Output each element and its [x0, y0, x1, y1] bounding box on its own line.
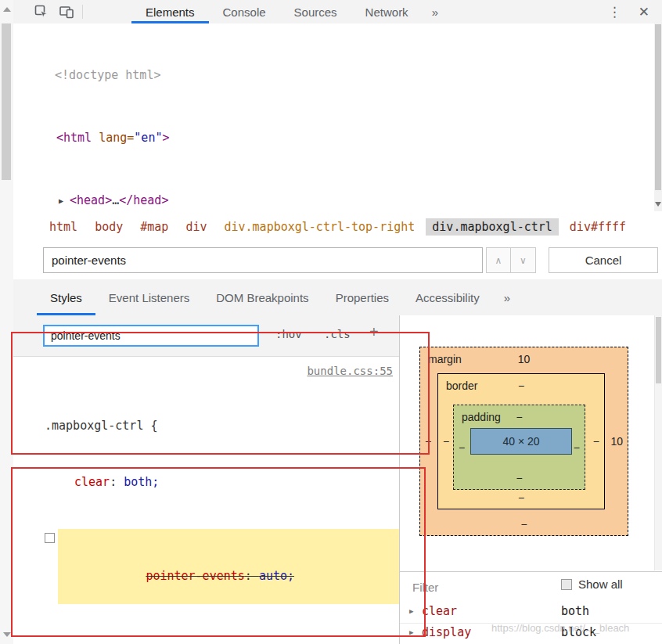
computed-filter-bar: Show all [400, 571, 662, 601]
css-declaration-clear[interactable]: clear: both; [13, 473, 399, 491]
border-label: border [446, 380, 477, 392]
tree-line-head[interactable]: ▶<head>…</head> [13, 190, 662, 211]
show-all-checkbox[interactable] [561, 579, 572, 590]
tab-dom-breakpoints[interactable]: DOM Breakpoints [203, 279, 322, 315]
computed-property-row[interactable]: ▶ clear both [400, 602, 662, 624]
computed-property-name: clear [422, 604, 457, 618]
padding-bottom-value[interactable]: − [516, 472, 522, 484]
cancel-button[interactable]: Cancel [549, 247, 658, 273]
computed-property-value: both [561, 604, 589, 618]
computed-property-value: block [561, 625, 596, 639]
property-checkbox[interactable] [45, 533, 55, 543]
toolbar-divider [82, 5, 83, 19]
more-tabs-icon[interactable]: » [423, 0, 448, 23]
expand-arrow-icon[interactable]: ▶ [59, 191, 70, 212]
search-previous-button[interactable]: ∧ [486, 247, 511, 273]
pseudo-state-toggle[interactable]: :hov [275, 328, 302, 340]
breadcrumb-item-ctrl-selected[interactable]: div.mapboxgl-ctrl [426, 218, 559, 236]
devtools-panel: Elements Console Sources Network » ⋮ ✕ <… [13, 0, 662, 644]
tree-line-html[interactable]: <html lang="en"> [13, 128, 662, 149]
tab-sources[interactable]: Sources [280, 0, 351, 23]
breadcrumb-item-map[interactable]: #map [134, 218, 174, 236]
border-top-value[interactable]: − [518, 380, 524, 392]
computed-property-row[interactable]: ▶ display block [400, 623, 662, 644]
tree-scrollbar[interactable] [654, 23, 662, 211]
breadcrumb: html body #map div div.mapboxgl-ctrl-top… [13, 212, 662, 243]
margin-right-value[interactable]: 10 [610, 435, 623, 448]
margin-bottom-value[interactable]: − [520, 518, 527, 531]
padding-top-value[interactable]: − [516, 411, 522, 423]
devtools-window: Elements Console Sources Network » ⋮ ✕ <… [0, 0, 662, 644]
search-next-button[interactable]: ∨ [511, 247, 536, 273]
styles-filter-bar: :hov .cls + [13, 315, 399, 357]
devtools-toolbar: Elements Console Sources Network » ⋮ ✕ [13, 0, 662, 24]
tab-console[interactable]: Console [209, 0, 280, 23]
tab-network[interactable]: Network [351, 0, 423, 23]
tab-properties[interactable]: Properties [322, 279, 402, 315]
inspect-element-icon[interactable] [34, 4, 49, 20]
tab-accessibility[interactable]: Accessibility [402, 279, 493, 315]
box-model-margin[interactable]: margin 10 10 − − border − − − − padding … [419, 347, 628, 536]
box-model-content[interactable]: 40 × 20 [470, 428, 572, 455]
element-class-toggle[interactable]: .cls [324, 328, 351, 340]
tree-line-doctype[interactable]: <!doctype html> [13, 65, 662, 86]
sidebar-scrollbar-thumb[interactable] [656, 317, 661, 383]
page-scrollbar-thumb[interactable] [2, 23, 11, 180]
device-toolbar-icon[interactable] [59, 4, 74, 20]
dom-tree: <!doctype html> <html lang="en"> ▶<head>… [13, 23, 662, 213]
tree-scrollbar-thumb[interactable] [655, 24, 661, 190]
tab-styles[interactable]: Styles [37, 279, 95, 315]
scroll-down-arrow-icon[interactable] [655, 202, 661, 207]
border-bottom-value[interactable]: − [518, 491, 524, 504]
styles-pane: :hov .cls + bundle.css:55 .mapboxgl-ctrl… [13, 315, 399, 644]
rule-selector[interactable]: .mapboxgl-ctrl { [13, 416, 399, 435]
stylesheet-link[interactable]: bundle.css:55 [307, 362, 393, 380]
breadcrumb-item-div[interactable]: div [179, 218, 213, 236]
styles-filter-input[interactable] [43, 325, 259, 347]
padding-right-value[interactable]: − [574, 441, 580, 454]
box-model-border[interactable]: border − − − − padding − − − − 40 × 20 [437, 373, 605, 509]
chevron-down-icon: ∨ [520, 255, 527, 266]
box-model-padding[interactable]: padding − − − − 40 × 20 [453, 405, 585, 490]
padding-label: padding [462, 411, 501, 423]
computed-filter-input[interactable] [411, 577, 531, 597]
devtools-tab-strip: Elements Console Sources Network » [131, 0, 448, 23]
computed-sidebar: margin 10 10 − − border − − − − padding … [399, 315, 662, 644]
border-right-value[interactable]: − [593, 435, 599, 448]
show-all-label: Show all [578, 577, 623, 591]
sidebar-scrollbar[interactable] [654, 315, 662, 570]
page-scrollbar[interactable] [0, 0, 14, 644]
search-input[interactable] [43, 247, 483, 273]
margin-left-value[interactable]: − [425, 435, 431, 448]
expand-arrow-icon[interactable]: ▶ [409, 628, 413, 636]
scroll-down-arrow-icon[interactable] [3, 632, 11, 637]
margin-label: margin [428, 353, 462, 365]
style-rule-mapboxgl-ctrl: bundle.css:55 .mapboxgl-ctrl { clear: bo… [13, 357, 399, 644]
breadcrumb-item-div-ffff[interactable]: div#ffff [563, 218, 632, 236]
border-left-value[interactable]: − [443, 435, 449, 448]
scroll-up-arrow-icon[interactable] [3, 7, 11, 12]
tab-event-listeners[interactable]: Event Listeners [95, 279, 203, 315]
search-bar: ∧ ∨ Cancel [13, 242, 662, 280]
chevron-up-icon: ∧ [495, 255, 502, 266]
breadcrumb-item-html[interactable]: html [43, 218, 84, 236]
breadcrumb-item-ctrl-top-right[interactable]: div.mapboxgl-ctrl-top-right [218, 218, 421, 236]
kebab-menu-icon[interactable]: ⋮ [608, 5, 621, 19]
margin-top-value[interactable]: 10 [518, 353, 531, 365]
expand-arrow-icon[interactable]: ▶ [409, 607, 413, 615]
new-style-rule-button[interactable]: + [369, 323, 379, 341]
breadcrumb-item-body[interactable]: body [88, 218, 129, 236]
sidebar-tab-strip: Styles Event Listeners DOM Breakpoints P… [13, 279, 662, 316]
close-icon[interactable]: ✕ [639, 5, 649, 19]
tab-elements[interactable]: Elements [131, 0, 209, 23]
computed-property-name: display [422, 625, 471, 639]
css-declaration-pointer-events-disabled[interactable]: pointer-events: auto; [58, 529, 399, 604]
more-tabs-icon[interactable]: » [493, 279, 521, 315]
padding-left-value[interactable]: − [459, 441, 465, 454]
